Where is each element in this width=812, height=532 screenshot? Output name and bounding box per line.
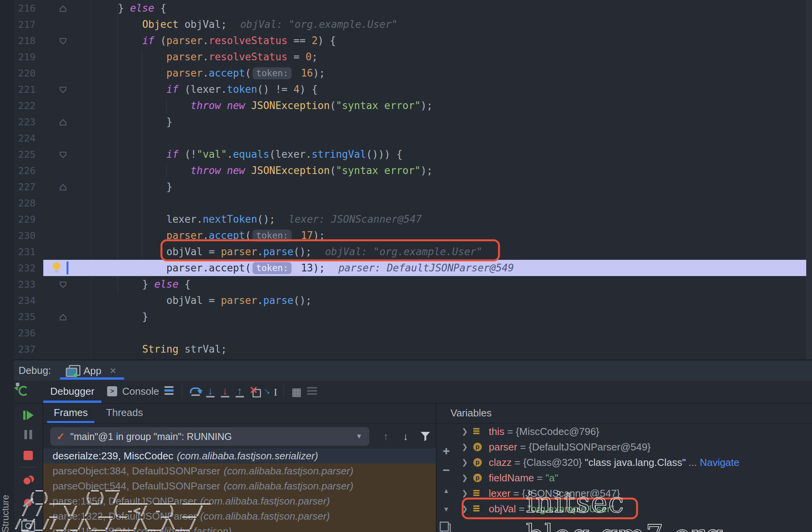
code-line[interactable]: 227 }	[0, 179, 812, 195]
step-into-button[interactable]: ↓	[203, 383, 218, 401]
code-token: lexer	[191, 84, 221, 95]
move-up-button[interactable]: ▲	[437, 487, 456, 495]
drop-frame-button[interactable]: ✕	[248, 383, 263, 401]
next-frame-button[interactable]: ↓	[397, 427, 414, 446]
code-text: Object objVal;objVal: "org.example.User"	[118, 19, 397, 30]
code-token: stringVal	[312, 148, 366, 160]
code-line[interactable]: 229 lexer.nextToken();lexer: JSONScanner…	[0, 211, 812, 227]
chevron-right-icon[interactable]: ❯	[456, 439, 473, 455]
evaluate-expression-button[interactable]: ▦	[289, 383, 304, 401]
fold-marker-icon[interactable]	[36, 179, 90, 195]
code-line[interactable]: 232 parser.accept(token: 13);parser: Def…	[0, 260, 812, 276]
stack-frame-row[interactable]: parseObject:544, DefaultJSONParser(com.a…	[43, 479, 436, 494]
code-line[interactable]: 223 }	[0, 114, 812, 130]
navigate-link[interactable]: Navigate	[700, 455, 740, 470]
spacer	[510, 486, 513, 501]
variable-row[interactable]: ❯objVal = "org.example.User"	[456, 501, 812, 517]
code-line[interactable]: 226 throw new JSONException("syntax erro…	[0, 162, 812, 179]
code-token: 4	[293, 84, 300, 95]
code-line[interactable]: 237 String strVal;	[0, 341, 812, 357]
code-line[interactable]: 230 parser.accept(token: 17);	[0, 227, 812, 244]
variables-panel: Variables + − ▲ ▼ ∞ ❯this = {MiscCodec@7…	[437, 403, 812, 532]
thread-dropdown[interactable]: ✓ "main"@1 in group "main": RUNNING ▼	[50, 427, 369, 446]
trace-stream-button[interactable]	[305, 383, 319, 401]
close-icon[interactable]: ×	[110, 365, 116, 377]
stack-frame-row[interactable]: parse:1322, DefaultJSONParser(com.alibab…	[43, 509, 436, 524]
move-down-button[interactable]: ▼	[437, 506, 456, 513]
chevron-right-icon[interactable]: ❯	[456, 470, 473, 486]
thread-dump-button[interactable]	[14, 520, 43, 532]
fold-marker-icon[interactable]	[36, 276, 90, 292]
code-token: (	[330, 100, 336, 111]
stack-frame-row[interactable]: parse:152, JSON(com.alibaba.fastjson)	[43, 524, 436, 532]
add-watch-button[interactable]: +	[437, 444, 456, 458]
fold-marker-icon[interactable]	[36, 146, 90, 162]
view-breakpoints-button[interactable]	[14, 476, 43, 486]
step-over-button[interactable]	[188, 383, 203, 401]
code-token: new	[227, 165, 245, 176]
stop-button[interactable]	[14, 451, 43, 460]
fold-marker-icon[interactable]	[36, 32, 90, 49]
variable-row[interactable]: ❯pclazz = {Class@320} "class java.lang.C…	[456, 455, 812, 470]
fold-marker-icon[interactable]	[36, 0, 90, 16]
variable-row[interactable]: ❯lexer = {JSONScanner@547}	[456, 486, 812, 501]
chevron-right-icon[interactable]: ❯	[456, 424, 473, 439]
code-line[interactable]: 218 if (parser.resolveStatus == 2) {	[0, 32, 812, 49]
code-line[interactable]: 217 Object objVal;objVal: "org.example.U…	[0, 16, 812, 32]
frame-location: parseObject:544, DefaultJSONParser	[53, 480, 220, 492]
field-icon	[473, 428, 489, 435]
tab-console[interactable]: > Console	[107, 380, 159, 402]
code-token: throw	[191, 100, 221, 111]
remove-watch-button[interactable]: −	[437, 463, 456, 477]
code-line[interactable]: 233 } else {	[0, 276, 812, 292]
code-line[interactable]: 231 objVal = parser.parse();objVal: "org…	[0, 244, 812, 260]
previous-frame-button[interactable]: ↑	[377, 427, 394, 446]
fold-marker-icon[interactable]	[36, 114, 90, 130]
layout-settings-icon[interactable]	[164, 386, 174, 396]
code-token: accept	[209, 262, 245, 274]
pause-button[interactable]	[14, 430, 43, 439]
code-line[interactable]: 225 if (!"val".equals(lexer.stringVal())…	[0, 146, 812, 162]
spacer	[516, 501, 519, 517]
code-line[interactable]: 220 parser.accept(token: 16);	[0, 65, 812, 81]
tab-threads[interactable]: Threads	[101, 403, 148, 422]
variable-row[interactable]: ❯pparser = {DefaultJSONParser@549}	[456, 439, 812, 455]
code-token: }	[166, 116, 172, 128]
fold-marker-icon[interactable]	[36, 309, 90, 325]
chevron-right-icon[interactable]: ❯	[456, 486, 473, 501]
code-line[interactable]: 221 if (lexer.token() != 4) {	[0, 81, 812, 97]
stack-frame-row[interactable]: deserialze:239, MiscCodec(com.alibaba.fa…	[43, 448, 436, 464]
chevron-right-icon[interactable]: ❯	[456, 455, 473, 470]
code-line[interactable]: 216} else {	[0, 0, 812, 16]
chevron-right-icon[interactable]: ❯	[456, 501, 473, 517]
frames-tabs: Frames Threads	[43, 403, 436, 424]
structure-stripe-button[interactable]: Structure	[0, 490, 14, 532]
code-line[interactable]: 235 }	[0, 309, 812, 325]
code-line[interactable]: 224	[0, 130, 812, 146]
resume-button[interactable]	[14, 411, 43, 420]
code-editor[interactable]: 216} else {217 Object objVal;objVal: "or…	[0, 0, 812, 360]
code-line[interactable]: 236	[0, 325, 812, 341]
hide-library-frames-button[interactable]	[417, 427, 434, 446]
code-line[interactable]: 219 parser.resolveStatus = 0;	[0, 49, 812, 65]
code-text: parser.accept(token: 17);	[118, 230, 325, 241]
force-step-into-button[interactable]: ↓	[218, 383, 232, 401]
lightbulb-icon[interactable]	[53, 262, 60, 270]
mute-breakpoints-button[interactable]	[14, 497, 43, 508]
tab-debugger[interactable]: Debugger	[43, 380, 101, 402]
code-line[interactable]: 234 objVal = parser.parse();	[0, 292, 812, 309]
copy-stack-button[interactable]	[437, 523, 456, 532]
code-line[interactable]: 222 throw new JSONException("syntax erro…	[0, 97, 812, 114]
code-line[interactable]: 228	[0, 195, 812, 211]
editor-scrollbar[interactable]	[806, 0, 812, 360]
stack-frame-row[interactable]: parseObject:384, DefaultJSONParser(com.a…	[43, 464, 436, 479]
run-to-cursor-button[interactable]: ↓I	[263, 383, 278, 401]
code-token: accept	[209, 230, 245, 241]
fold-marker-icon[interactable]	[36, 81, 90, 97]
variable-row[interactable]: ❯this = {MiscCodec@796}	[456, 424, 812, 439]
variable-value: =	[537, 470, 545, 486]
stack-frame-row[interactable]: parse:1356, DefaultJSONParser(com.alibab…	[43, 494, 436, 509]
tab-frames[interactable]: Frames	[49, 403, 92, 422]
step-out-button[interactable]: ↑	[232, 383, 247, 401]
variable-row[interactable]: ❯pfieldName = "a"	[456, 470, 812, 486]
